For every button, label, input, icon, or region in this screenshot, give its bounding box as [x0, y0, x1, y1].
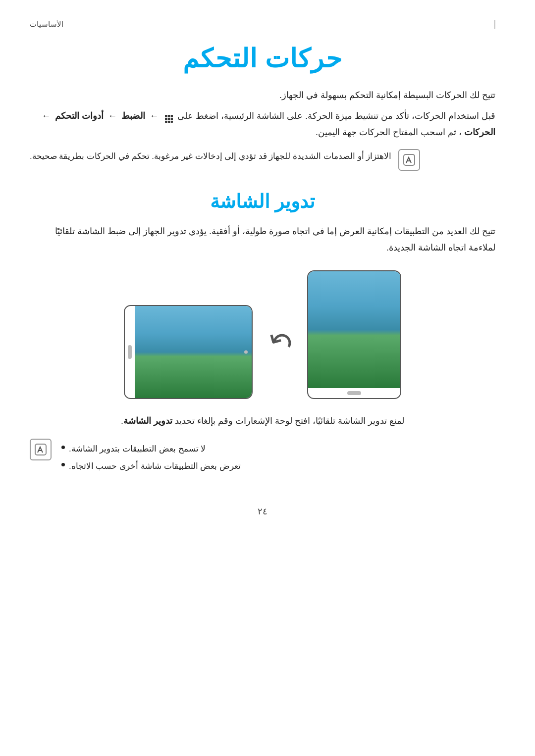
svg-rect-8: [171, 121, 173, 123]
section1-title: حركات التحكم: [30, 44, 495, 73]
bullet-dot-1: [61, 446, 65, 449]
section2-caption: لمنع تدوير الشاشة تلقائيًا، افتح لوحة ال…: [30, 413, 495, 429]
home-btn-landscape: [128, 345, 132, 359]
bullet-text-1: لا تسمح بعض التطبيقات بتدوير الشاشة.: [69, 442, 206, 457]
note-box-1: الاهتزاز أو الصدمات الشديدة للجهاز قد تؤ…: [30, 149, 495, 171]
note-icon-2: [30, 439, 52, 460]
section1-para1: تتيح لك الحركات البسيطة إمكانية التحكم ب…: [30, 87, 495, 103]
section2-title: تدوير الشاشة: [30, 191, 495, 212]
screen-portrait: [308, 271, 400, 388]
svg-rect-3: [165, 118, 167, 120]
para2-bold1: الضبط: [121, 111, 145, 121]
note-text-1: الاهتزاز أو الصدمات الشديدة للجهاز قد تؤ…: [30, 149, 391, 164]
note-icon-1: [398, 149, 420, 171]
rotation-illustration: ↷: [30, 270, 495, 399]
svg-rect-1: [168, 115, 170, 117]
grid-icon: [164, 112, 173, 121]
svg-rect-4: [168, 118, 170, 120]
caption-bold: تدوير الشاشة: [123, 416, 172, 426]
header-text: الأساسيات: [30, 20, 63, 29]
svg-rect-10: [35, 444, 46, 455]
svg-rect-5: [171, 118, 173, 120]
svg-rect-6: [165, 121, 167, 123]
arrow2: ←: [108, 108, 117, 124]
bullet-item-1: لا تسمح بعض التطبيقات بتدوير الشاشة.: [61, 442, 241, 457]
svg-rect-9: [404, 154, 415, 165]
arrow3: ←: [42, 108, 51, 124]
bullets-section: لا تسمح بعض التطبيقات بتدوير الشاشة. تعر…: [30, 437, 495, 476]
para2-end: ، ثم اسحب المفتاح الحركات جهة اليمين.: [316, 127, 462, 137]
caption-pre: لمنع تدوير الشاشة تلقائيًا، افتح لوحة ال…: [172, 416, 404, 426]
svg-rect-7: [168, 121, 170, 123]
home-btn-portrait: [347, 391, 361, 395]
device-landscape: [124, 305, 253, 399]
para2-pre: قبل استخدام الحركات، تأكد من تنشيط ميزة …: [175, 111, 495, 121]
bullet-text-2: تعرض بعض التطبيقات شاشة أخرى حسب الاتجاه…: [69, 459, 241, 474]
screen-landscape: [135, 306, 252, 398]
bullet-list: لا تسمح بعض التطبيقات بتدوير الشاشة. تعر…: [61, 442, 241, 476]
svg-rect-0: [165, 115, 167, 117]
svg-rect-2: [171, 115, 173, 117]
bullet-item-2: تعرض بعض التطبيقات شاشة أخرى حسب الاتجاه…: [61, 459, 241, 474]
rotate-arrow-icon: ↷: [261, 321, 299, 363]
device-portrait: [307, 270, 401, 399]
page-number: ٢٤: [30, 506, 495, 517]
page-header: الأساسيات: [30, 20, 495, 29]
para2-bold3: الحركات: [464, 127, 495, 137]
section2-para1: تتيح لك العديد من التطبيقات إمكانية العر…: [30, 223, 495, 255]
arrow1: ←: [150, 108, 159, 124]
para2-bold2: أدوات التحكم: [55, 111, 104, 121]
bullet-dot-2: [61, 463, 65, 466]
cam-dot-landscape: [244, 350, 248, 353]
section1-para2: قبل استخدام الحركات، تأكد من تنشيط ميزة …: [30, 108, 495, 140]
